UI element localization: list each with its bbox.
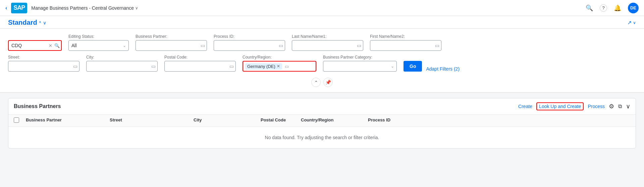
country-region-input-wrap: Germany (DE) ✕ ▭ <box>243 61 316 72</box>
postal-code-copy-icon[interactable]: ▭ <box>229 64 234 69</box>
help-icon[interactable]: ? <box>600 4 607 12</box>
first-name-field: First Name/Name2: ▭ <box>370 34 441 51</box>
cdq-clear-icon[interactable]: ✕ <box>49 43 52 48</box>
postal-code-label: Postal Code: <box>164 55 236 60</box>
country-region-tag: Germany (DE) ✕ <box>245 63 282 70</box>
city-copy-icon[interactable]: ▭ <box>151 64 156 69</box>
adapt-filters-link[interactable]: Adapt Filters (2) <box>426 66 460 72</box>
app-title: Manage Business Partners - Central Gover… <box>31 5 582 11</box>
business-partner-label: Business Partner: <box>136 34 207 39</box>
col-process-id: Process ID <box>368 117 630 124</box>
share-icon-glyph: ↗ <box>627 19 632 26</box>
country-region-tag-text: Germany (DE) <box>247 64 275 69</box>
postal-code-field: Postal Code: ▭ <box>164 55 236 72</box>
table-actions: Create Look Up and Create Process ⚙ ⧉ ∨ <box>518 102 630 110</box>
filter-row-1: ✕ 🔍 Editing Status: All Unsaved Draft ⌄ … <box>8 34 636 51</box>
bp-category-field: Business Partner Category: ⌄ <box>323 55 397 72</box>
bp-category-label: Business Partner Category: <box>323 55 397 60</box>
last-name-input-wrap: ▭ <box>292 40 363 51</box>
more-icon[interactable]: ∨ <box>626 103 630 110</box>
first-name-label: First Name/Name2: <box>370 34 441 39</box>
country-region-copy-icon[interactable]: ▭ <box>285 64 289 69</box>
page-title-asterisk: * <box>39 20 41 25</box>
business-partner-input[interactable] <box>136 40 207 51</box>
copy-icon[interactable]: ⧉ <box>618 103 622 109</box>
page-title: Standard <box>8 19 37 26</box>
table-columns: Business Partner Street City Postal Code… <box>8 115 636 127</box>
page-title-chevron[interactable]: ∨ <box>43 20 46 25</box>
cdq-input-wrap: ✕ 🔍 <box>8 40 62 51</box>
table-empty-message: No data found. Try adjusting the search … <box>8 127 636 148</box>
main-content: Business Partners Create Look Up and Cre… <box>0 93 644 160</box>
editing-status-select[interactable]: All Unsaved Draft <box>68 40 129 51</box>
street-input[interactable] <box>8 61 79 72</box>
share-chevron: ∨ <box>633 20 636 25</box>
editing-status-label: Editing Status: <box>68 34 129 39</box>
process-id-copy-icon[interactable]: ▭ <box>279 43 283 48</box>
cdq-field: ✕ 🔍 <box>8 40 62 51</box>
page-header-top: Standard * ∨ ↗ ∨ <box>8 19 636 28</box>
last-name-copy-icon[interactable]: ▭ <box>357 43 361 48</box>
street-field: Street: ▭ <box>8 55 79 72</box>
col-street: Street <box>110 117 194 124</box>
postal-code-input-wrap: ▭ <box>164 61 236 72</box>
country-region-field: Country/Region: Germany (DE) ✕ ▭ <box>243 55 316 72</box>
table-header: Business Partners Create Look Up and Cre… <box>8 98 636 115</box>
cdq-icons: ✕ 🔍 <box>49 43 60 48</box>
last-name-input[interactable] <box>292 40 363 51</box>
city-input-wrap: ▭ <box>86 61 158 72</box>
first-name-input-wrap: ▭ <box>370 40 441 51</box>
filter-actions: Go Adapt Filters (2) <box>404 61 460 72</box>
business-partner-field: Business Partner: ▭ <box>136 34 207 51</box>
user-avatar[interactable]: DE <box>628 3 639 13</box>
topbar-icons: 🔍 ? 🔔 DE <box>586 3 639 13</box>
business-partner-copy-icon[interactable]: ▭ <box>201 43 205 48</box>
app-title-text: Manage Business Partners - Central Gover… <box>31 5 134 11</box>
share-icon[interactable]: ↗ ∨ <box>627 19 636 26</box>
back-button[interactable]: ‹ <box>5 5 7 11</box>
country-region-tag-close[interactable]: ✕ <box>277 64 280 69</box>
city-label: City: <box>86 55 158 60</box>
postal-code-input[interactable] <box>164 61 236 72</box>
last-name-field: Last Name/Name1: ▭ <box>292 34 363 51</box>
pin-button[interactable]: 📌 <box>323 78 333 87</box>
business-partner-input-wrap: ▭ <box>136 40 207 51</box>
street-label: Street: <box>8 55 79 60</box>
col-checkbox[interactable] <box>14 117 26 124</box>
filter-row-2: Street: ▭ City: ▭ Postal Code: ▭ Country… <box>8 55 636 72</box>
editing-status-select-wrap: All Unsaved Draft ⌄ <box>68 40 129 51</box>
topbar: ‹ SAP Manage Business Partners - Central… <box>0 0 644 16</box>
col-country-region: Country/Region <box>301 117 368 124</box>
page-header: Standard * ∨ ↗ ∨ <box>0 16 644 29</box>
app-title-chevron[interactable]: ∨ <box>135 6 138 10</box>
settings-icon[interactable]: ⚙ <box>609 103 614 110</box>
filter-area: ✕ 🔍 Editing Status: All Unsaved Draft ⌄ … <box>0 29 644 93</box>
first-name-copy-icon[interactable]: ▭ <box>435 43 439 48</box>
search-icon[interactable]: 🔍 <box>586 4 593 12</box>
cdq-search-icon[interactable]: 🔍 <box>54 43 60 48</box>
create-link[interactable]: Create <box>518 104 532 109</box>
street-copy-icon[interactable]: ▭ <box>73 64 77 69</box>
table-title: Business Partners <box>14 103 61 109</box>
first-name-input[interactable] <box>370 40 441 51</box>
table-card: Business Partners Create Look Up and Cre… <box>8 98 636 149</box>
col-city: City <box>194 117 261 124</box>
process-link[interactable]: Process <box>588 104 605 109</box>
process-id-input[interactable] <box>214 40 285 51</box>
collapse-button[interactable]: ⌃ <box>311 78 321 87</box>
sap-logo: SAP <box>11 3 27 13</box>
process-id-input-wrap: ▭ <box>214 40 285 51</box>
street-input-wrap: ▭ <box>8 61 79 72</box>
notification-icon[interactable]: 🔔 <box>614 4 621 12</box>
col-business-partner: Business Partner <box>26 117 110 124</box>
process-id-field: Process ID: ▭ <box>214 34 285 51</box>
bp-category-select[interactable] <box>323 61 397 72</box>
bp-category-select-wrap: ⌄ <box>323 61 397 72</box>
city-field: City: ▭ <box>86 55 158 72</box>
look-up-create-link[interactable]: Look Up and Create <box>536 102 584 110</box>
city-input[interactable] <box>86 61 158 72</box>
select-all-checkbox[interactable] <box>14 117 19 123</box>
page-title-row: Standard * ∨ <box>8 19 46 26</box>
last-name-label: Last Name/Name1: <box>292 34 363 39</box>
go-button[interactable]: Go <box>404 61 422 72</box>
